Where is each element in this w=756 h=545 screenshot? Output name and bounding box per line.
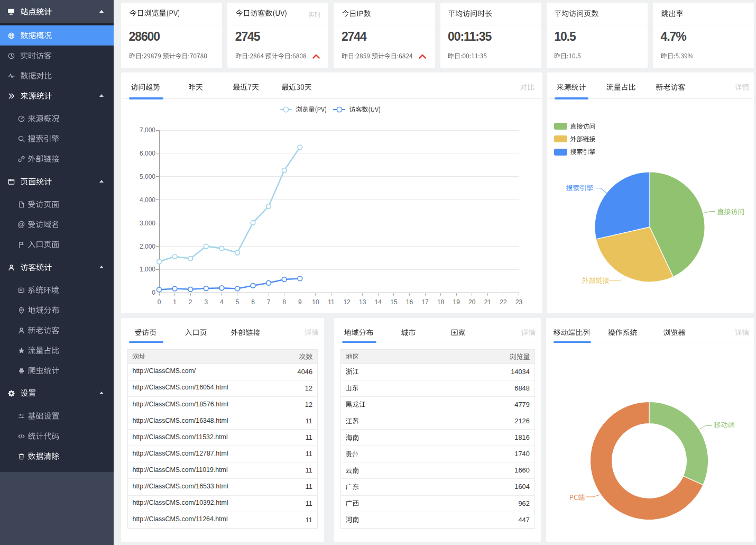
svg-text:23: 23 [515, 298, 523, 306]
svg-text:22: 22 [500, 298, 507, 306]
svg-text:1: 1 [173, 298, 177, 306]
svg-text:16: 16 [406, 298, 413, 306]
svg-text:7,000: 7,000 [140, 126, 155, 134]
svg-text:2: 2 [189, 298, 192, 306]
svg-text:14: 14 [375, 298, 382, 306]
svg-text:0: 0 [158, 298, 161, 306]
svg-text:19: 19 [453, 298, 460, 306]
svg-text:8: 8 [282, 298, 286, 306]
svg-text:13: 13 [359, 298, 366, 306]
svg-text:10: 10 [312, 298, 319, 306]
svg-text:6: 6 [251, 298, 255, 306]
svg-text:2,000: 2,000 [140, 243, 155, 250]
svg-text:18: 18 [437, 298, 445, 306]
svg-text:3,000: 3,000 [140, 220, 155, 227]
svg-text:5,000: 5,000 [140, 173, 155, 180]
svg-text:9: 9 [298, 298, 302, 306]
svg-text:15: 15 [390, 298, 398, 306]
svg-text:4: 4 [220, 298, 224, 306]
svg-text:3: 3 [204, 298, 208, 306]
svg-text:17: 17 [421, 298, 429, 306]
svg-text:0: 0 [152, 289, 155, 296]
svg-text:5: 5 [236, 298, 239, 306]
svg-text:1,000: 1,000 [140, 266, 155, 273]
svg-text:7: 7 [267, 298, 271, 306]
svg-text:21: 21 [484, 298, 492, 306]
svg-text:20: 20 [468, 298, 476, 306]
svg-text:11: 11 [328, 298, 335, 306]
svg-text:6,000: 6,000 [140, 150, 155, 157]
svg-text:12: 12 [343, 298, 351, 306]
svg-text:4,000: 4,000 [140, 196, 155, 204]
